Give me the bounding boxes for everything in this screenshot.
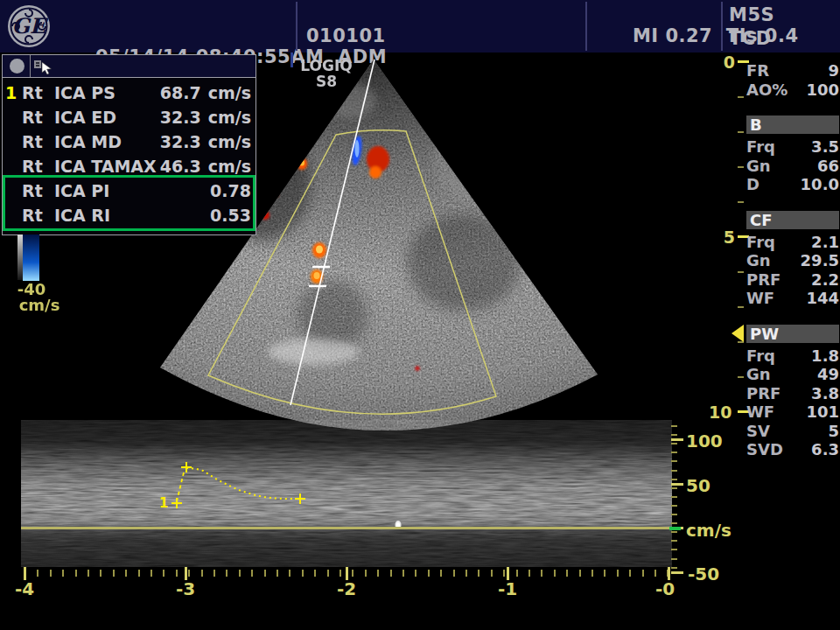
depth-label: 5 xyxy=(712,228,735,247)
trace-index-label: 1 xyxy=(159,495,168,511)
param-value: 144 xyxy=(806,289,839,308)
time-axis-label: -2 xyxy=(331,578,362,599)
param-label: PRF xyxy=(746,270,780,290)
param-value: 6.3 xyxy=(811,440,839,459)
param-label: Gn xyxy=(746,157,771,176)
spectrum-baseline[interactable] xyxy=(21,527,670,529)
measure-label: Rt ICA ED xyxy=(22,108,116,127)
measure-value: 68.7 xyxy=(160,83,201,102)
topbar-divider xyxy=(585,2,587,51)
measure-value: 32.3 xyxy=(160,132,201,151)
machine-label: LOGIQ S8 xyxy=(296,58,357,89)
param-value: 2.1 xyxy=(811,233,839,252)
param-label: AO% xyxy=(746,80,788,100)
pw-spectrum-display xyxy=(21,420,672,569)
param-row: Gn29.5 xyxy=(746,251,839,270)
color-velocity-bar xyxy=(23,234,39,281)
velocity-axis-unit: cm/s xyxy=(686,520,732,541)
param-row: WF144 xyxy=(746,289,839,308)
depth-ruler-minor-ticks xyxy=(738,61,744,415)
b-mode-section-header: B xyxy=(746,116,839,134)
measure-label: Rt ICA PS xyxy=(22,83,116,102)
measurement-row: Rt ICA ED32.3cm/s xyxy=(3,105,256,130)
active-mode-arrow-icon xyxy=(732,325,744,342)
header-divider xyxy=(30,55,31,77)
param-row: Gn49 xyxy=(746,365,839,384)
parameter-panel: FR9 AO%100 B Frq3.5 Gn66 D10.0 CF Frq2.1… xyxy=(746,61,839,459)
param-value: 10.0 xyxy=(801,175,839,194)
measure-value: 46.3 xyxy=(160,157,201,176)
param-value: 3.5 xyxy=(811,137,839,157)
colorbar-unit: cm/s xyxy=(16,296,63,314)
pw-header-label: PW xyxy=(750,325,779,343)
pw-mode-section-header: PW xyxy=(746,325,839,343)
time-axis-label: -1 xyxy=(492,578,523,599)
velocity-axis-major-tick xyxy=(671,571,683,574)
param-label: FR xyxy=(746,61,769,80)
machine-label-line1: LOGIQ xyxy=(296,58,357,74)
param-value: 66 xyxy=(817,157,839,176)
param-label: Frq xyxy=(746,346,775,366)
ge-logo: GE xyxy=(6,4,52,49)
depth-label: 0 xyxy=(712,52,735,72)
topbar-divider xyxy=(721,2,723,51)
param-value: 1.8 xyxy=(811,346,839,366)
time-axis-label: -3 xyxy=(170,578,201,599)
param-row: Gn66 xyxy=(746,157,839,176)
param-label: PRF xyxy=(746,384,780,403)
measure-index: 1 xyxy=(5,83,22,102)
param-value: 29.5 xyxy=(801,251,839,270)
param-row: Frq3.5 xyxy=(746,137,839,157)
param-row: Frq2.1 xyxy=(746,233,839,252)
measurement-window-header xyxy=(3,55,256,78)
param-row: SVD6.3 xyxy=(746,440,839,459)
topbar-divider xyxy=(296,2,298,51)
param-value: 3.8 xyxy=(811,384,839,403)
param-label: Gn xyxy=(746,365,771,384)
measure-unit: cm/s xyxy=(201,157,251,176)
param-value: 5 xyxy=(828,422,839,441)
param-row: FR9 xyxy=(746,61,839,80)
param-label: SVD xyxy=(746,440,783,459)
param-row: PRF3.8 xyxy=(746,384,839,403)
probe-name: M5S xyxy=(729,4,774,25)
param-row: PRF2.2 xyxy=(746,270,839,290)
velocity-axis-minor-ticks xyxy=(671,425,677,576)
param-label: Frq xyxy=(746,233,775,252)
param-row: AO%100 xyxy=(746,80,839,100)
mi-value: 0.27 xyxy=(665,25,712,46)
top-status-bar: GE 05/14/14 08:40:55AM ADM 010101 MI 0.2… xyxy=(0,0,840,52)
time-axis-label: -4 xyxy=(9,578,40,599)
param-row: WF101 xyxy=(746,402,839,422)
param-value: 9 xyxy=(828,61,839,80)
param-value: 101 xyxy=(806,402,839,422)
exam-preset: TCD xyxy=(729,28,772,49)
velocity-axis-label: 50 xyxy=(686,475,710,496)
select-indicator-icon[interactable] xyxy=(10,59,24,74)
velocity-axis-major-tick xyxy=(671,438,683,441)
measure-label: Rt ICA MD xyxy=(22,132,122,151)
mouse-cursor-icon xyxy=(42,62,52,74)
param-label: WF xyxy=(746,289,774,308)
patient-id: 010101 xyxy=(306,25,386,46)
param-value: 2.2 xyxy=(811,270,839,290)
param-label: SV xyxy=(746,422,770,441)
measure-unit: cm/s xyxy=(201,83,251,102)
caliper-glyph-icon xyxy=(34,59,60,74)
highlighted-results-box xyxy=(3,175,256,231)
param-row: Frq1.8 xyxy=(746,346,839,366)
param-label: WF xyxy=(746,402,774,422)
measurement-row: Rt ICA MD32.3cm/s xyxy=(3,130,256,154)
param-row: D10.0 xyxy=(746,175,839,194)
measure-unit: cm/s xyxy=(201,108,251,127)
param-value: 100 xyxy=(806,80,839,100)
baseline-marker-tick xyxy=(669,527,681,530)
param-label: Frq xyxy=(746,137,775,157)
measurement-row: 1Rt ICA PS68.7cm/s xyxy=(3,80,256,105)
velocity-axis-label: 100 xyxy=(686,430,723,452)
cf-mode-section-header: CF xyxy=(746,211,839,229)
measure-label: Rt ICA TAMAX xyxy=(22,157,157,176)
depth-label: 10 xyxy=(709,402,732,422)
param-row: SV5 xyxy=(746,422,839,441)
param-label: D xyxy=(746,175,760,194)
